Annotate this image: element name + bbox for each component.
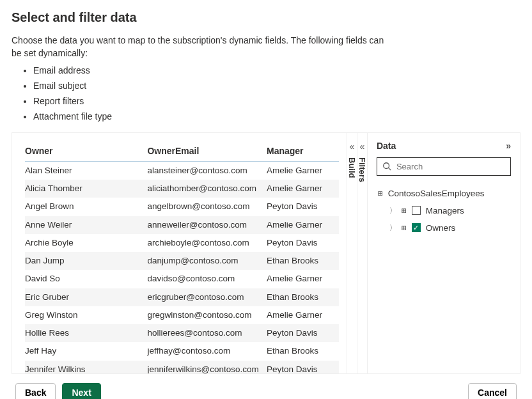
cell-manager: Amelie Garner bbox=[267, 270, 339, 288]
tree-root[interactable]: ⊞ ContosoSalesEmployees bbox=[377, 185, 511, 202]
cell-manager: Amelie Garner bbox=[267, 216, 339, 234]
col-header-email[interactable]: OwnerEmail bbox=[147, 142, 267, 162]
table-row[interactable]: Alan Steineralansteiner@contoso.comAmeli… bbox=[25, 161, 339, 180]
cell-email: jenniferwilkins@contoso.com bbox=[147, 361, 267, 373]
cell-owner: Jennifer Wilkins bbox=[25, 361, 147, 373]
table-icon: ⊞ bbox=[402, 223, 407, 233]
cell-manager: Peyton Davis bbox=[267, 198, 339, 215]
search-input[interactable] bbox=[395, 161, 505, 172]
cell-manager: Peyton Davis bbox=[267, 234, 339, 252]
cell-owner: Eric Gruber bbox=[25, 288, 147, 306]
build-rail-label: Build bbox=[347, 157, 357, 178]
cell-manager: Peyton Davis bbox=[267, 324, 339, 342]
table-row[interactable]: Eric Gruberericgruber@contoso.comEthan B… bbox=[25, 288, 339, 306]
col-header-owner[interactable]: Owner bbox=[25, 142, 147, 162]
intro-bullet: Report filters bbox=[33, 93, 395, 109]
table-row[interactable]: Jennifer Wilkinsjenniferwilkins@contoso.… bbox=[25, 361, 339, 373]
cell-email: hollierees@contoso.com bbox=[147, 324, 267, 342]
cell-manager: Peyton Davis bbox=[267, 361, 339, 373]
cell-manager: Amelie Garner bbox=[267, 180, 339, 198]
field-tree: ⊞ ContosoSalesEmployees 〉⊞Managers〉⊞✓Own… bbox=[377, 185, 511, 237]
cell-owner: Hollie Rees bbox=[25, 324, 147, 342]
cell-owner: Alan Steiner bbox=[25, 161, 147, 180]
cell-manager: Amelie Garner bbox=[267, 306, 339, 324]
col-header-manager[interactable]: Manager bbox=[267, 142, 339, 162]
svg-point-0 bbox=[384, 163, 389, 169]
table-row[interactable]: Alicia Thomberaliciathomber@contoso.comA… bbox=[25, 180, 339, 198]
back-button[interactable]: Back bbox=[15, 383, 56, 399]
tree-item-label: Owners bbox=[426, 223, 456, 233]
table-icon: ⊞ bbox=[378, 189, 383, 198]
data-table: Owner OwnerEmail Manager Alan Steinerala… bbox=[25, 142, 339, 373]
checkbox[interactable]: ✓ bbox=[412, 223, 421, 232]
cell-email: ericgruber@contoso.com bbox=[147, 288, 267, 306]
cell-email: anneweiler@contoso.com bbox=[147, 216, 267, 234]
data-pane: Data » ⊞ ContosoSalesEmployees 〉⊞Manager… bbox=[367, 133, 520, 373]
chevron-double-left-icon[interactable]: « bbox=[360, 142, 365, 151]
tree-item[interactable]: 〉⊞✓Owners bbox=[377, 219, 511, 237]
table-row[interactable]: Angel Brownangelbrown@contoso.comPeyton … bbox=[25, 198, 339, 215]
cell-owner: Anne Weiler bbox=[25, 216, 147, 234]
cancel-button[interactable]: Cancel bbox=[468, 383, 517, 399]
intro-bullet: Attachment file type bbox=[33, 109, 395, 124]
cell-email: danjump@contoso.com bbox=[147, 252, 267, 270]
table-pane: Owner OwnerEmail Manager Alan Steinerala… bbox=[12, 133, 347, 373]
chevron-double-left-icon[interactable]: « bbox=[350, 142, 355, 151]
table-row[interactable]: David Sodavidso@contoso.comAmelie Garner bbox=[25, 270, 339, 288]
dialog-footer: Back Next Cancel bbox=[12, 374, 520, 399]
cell-manager: Ethan Brooks bbox=[267, 252, 339, 270]
table-row[interactable]: Archie Boylearchieboyle@contoso.comPeyto… bbox=[25, 234, 339, 252]
checkbox[interactable] bbox=[412, 206, 421, 215]
table-icon: ⊞ bbox=[402, 206, 407, 215]
cell-owner: Greg Winston bbox=[25, 306, 147, 324]
cell-email: archieboyle@contoso.com bbox=[147, 234, 267, 252]
table-row[interactable]: Jeff Hayjeffhay@contoso.comEthan Brooks bbox=[25, 342, 339, 360]
cell-owner: Jeff Hay bbox=[25, 342, 147, 360]
table-row[interactable]: Anne Weileranneweiler@contoso.comAmelie … bbox=[25, 216, 339, 234]
next-button[interactable]: Next bbox=[62, 383, 100, 399]
data-pane-title: Data bbox=[377, 141, 396, 151]
intro-text: Choose the data you want to map to the s… bbox=[12, 34, 395, 125]
search-field[interactable] bbox=[377, 157, 511, 176]
tree-item[interactable]: 〉⊞Managers bbox=[377, 202, 511, 219]
page-title: Select and filter data bbox=[12, 10, 520, 25]
tree-root-label: ContosoSalesEmployees bbox=[388, 189, 485, 198]
cell-email: aliciathomber@contoso.com bbox=[147, 180, 267, 198]
filters-rail[interactable]: « Filters bbox=[357, 133, 367, 373]
cell-email: jeffhay@contoso.com bbox=[147, 342, 267, 360]
intro-lead: Choose the data you want to map to the s… bbox=[12, 35, 384, 58]
table-row[interactable]: Greg Winstongregwinston@contoso.comAmeli… bbox=[25, 306, 339, 324]
tree-item-label: Managers bbox=[426, 206, 464, 215]
cell-email: gregwinston@contoso.com bbox=[147, 306, 267, 324]
intro-bullet: Email subject bbox=[33, 78, 395, 93]
cell-manager: Ethan Brooks bbox=[267, 342, 339, 360]
chevron-right-icon[interactable]: 〉 bbox=[389, 206, 396, 215]
svg-line-1 bbox=[389, 168, 391, 171]
table-row[interactable]: Hollie Reeshollierees@contoso.comPeyton … bbox=[25, 324, 339, 342]
table-row[interactable]: Dan Jumpdanjump@contoso.comEthan Brooks bbox=[25, 252, 339, 270]
cell-email: alansteiner@contoso.com bbox=[147, 161, 267, 180]
cell-owner: Angel Brown bbox=[25, 198, 147, 215]
cell-manager: Amelie Garner bbox=[267, 161, 339, 180]
build-rail[interactable]: « Build bbox=[347, 133, 357, 373]
filters-rail-label: Filters bbox=[357, 157, 367, 182]
cell-owner: David So bbox=[25, 270, 147, 288]
cell-owner: Archie Boyle bbox=[25, 234, 147, 252]
search-icon bbox=[382, 162, 391, 171]
cell-email: angelbrown@contoso.com bbox=[147, 198, 267, 215]
chevron-double-right-icon[interactable]: » bbox=[506, 141, 511, 151]
cell-email: davidso@contoso.com bbox=[147, 270, 267, 288]
workspace: Owner OwnerEmail Manager Alan Steinerala… bbox=[12, 132, 520, 374]
chevron-right-icon[interactable]: 〉 bbox=[389, 223, 396, 233]
intro-bullet: Email address bbox=[33, 63, 395, 78]
cell-owner: Alicia Thomber bbox=[25, 180, 147, 198]
cell-manager: Ethan Brooks bbox=[267, 288, 339, 306]
cell-owner: Dan Jump bbox=[25, 252, 147, 270]
